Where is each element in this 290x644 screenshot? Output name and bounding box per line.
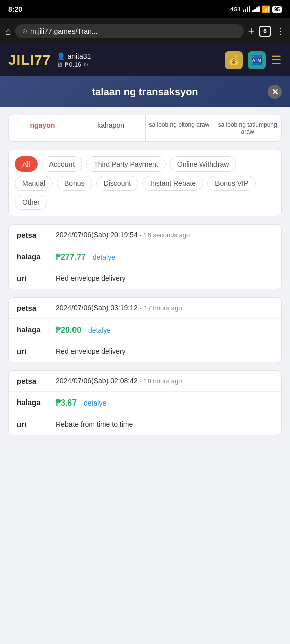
add-tab-icon[interactable]: + — [248, 25, 254, 38]
app-header: JILI77 👤 anita31 🖥 ₱0.16 ↻ 💰 🏧 ☰ — [0, 44, 290, 76]
filter-bonus-vip[interactable]: Bonus VIP — [207, 176, 256, 191]
tx2-date-label: petsa — [17, 304, 52, 312]
tx3-date-value: 2024/07/06(Sab) 02:08:42 - 18 hours ago — [56, 377, 273, 385]
transaction-card-3: petsa 2024/07/06(Sab) 02:08:42 - 18 hour… — [8, 370, 282, 435]
header-icons: 💰 🏧 ☰ — [225, 51, 282, 69]
tx3-type-row: uri Rebate from time to time — [9, 414, 281, 435]
filter-online-withdraw[interactable]: Online Withdraw — [170, 156, 237, 172]
status-right: 4G1 📶 95 — [230, 5, 282, 13]
wallet-button[interactable]: 💰 — [225, 51, 243, 69]
user-info: 👤 anita31 🖥 ₱0.16 ↻ — [57, 52, 219, 68]
date-filter-kahapon[interactable]: kahapon — [77, 115, 146, 141]
tx1-detail-link[interactable]: detalye — [93, 253, 115, 261]
balance-display: 🖥 ₱0.16 ↻ — [57, 61, 219, 68]
tx3-detail-link[interactable]: detalye — [84, 399, 106, 407]
tx2-amount-row: halaga ₱20.00 detalye — [9, 319, 281, 341]
date-filter-tatlumpung-araw[interactable]: sa loob ng tatlumpung araw — [213, 115, 281, 141]
menu-dots-icon[interactable]: ⋮ — [276, 26, 285, 37]
lock-icon: ⊙ — [22, 28, 27, 35]
balance-amount: ₱0.16 — [65, 61, 81, 68]
url-text: m.jili77.games/Tran... — [30, 27, 97, 35]
transaction-card-1: petsa 2024/07/06(Sab) 20:19:54 - 16 seco… — [8, 224, 282, 289]
browser-actions: + 6 ⋮ — [248, 25, 285, 38]
atm-button[interactable]: 🏧 — [248, 51, 266, 69]
page-title: talaan ng transaksyon — [92, 86, 198, 98]
tx3-date-row: petsa 2024/07/06(Sab) 02:08:42 - 18 hour… — [9, 371, 281, 392]
tx3-type: Rebate from time to time — [56, 420, 133, 428]
tx3-amount-value: ₱3.67 detalye — [56, 398, 273, 408]
tx2-detail-link[interactable]: detalye — [88, 326, 111, 334]
wifi-icon: 📶 — [262, 5, 270, 13]
tx1-type: Red envelope delivery — [56, 274, 126, 282]
tab-count[interactable]: 6 — [259, 26, 271, 37]
tx2-type-row: uri Red envelope delivery — [9, 341, 281, 362]
page-title-bar: talaan ng transaksyon ✕ — [0, 76, 290, 107]
tx3-amount: ₱3.67 — [56, 398, 77, 407]
tx1-time-ago: - 16 seconds ago — [140, 231, 190, 239]
category-filter: All Account Third Party Payment Online W… — [8, 150, 282, 216]
tx3-time-ago: - 18 hours ago — [140, 377, 182, 385]
tx3-amount-label: halaga — [17, 398, 52, 407]
filter-third-party[interactable]: Third Party Payment — [86, 156, 166, 172]
signal-text: 4G1 — [230, 6, 241, 12]
app-logo: JILI77 — [8, 52, 51, 68]
browser-bar: ⌂ ⊙ m.jili77.games/Tran... + 6 ⋮ — [0, 18, 290, 44]
monitor-icon: 🖥 — [57, 61, 63, 68]
transaction-card-2: petsa 2024/07/06(Sab) 03:19:12 - 17 hour… — [8, 297, 282, 362]
date-filter-pitong-araw[interactable]: sa loob ng pitong araw — [146, 115, 214, 141]
tx2-amount: ₱20.00 — [56, 326, 81, 334]
tx2-date-value: 2024/07/06(Sab) 03:19:12 - 17 hours ago — [56, 304, 273, 312]
tx1-amount: ₱277.77 — [56, 253, 86, 261]
tx2-amount-value: ₱20.00 detalye — [56, 325, 273, 335]
battery-indicator: 95 — [272, 6, 282, 13]
user-icon: 👤 — [57, 52, 65, 60]
filter-discount[interactable]: Discount — [96, 176, 138, 191]
status-bar: 8:20 4G1 📶 95 — [0, 0, 290, 18]
tx2-type-label: uri — [17, 347, 52, 356]
tx2-date-row: petsa 2024/07/06(Sab) 03:19:12 - 17 hour… — [9, 298, 281, 319]
filter-row-1: All Account Third Party Payment Online W… — [15, 156, 275, 210]
date-filter: ngayon kahapon sa loob ng pitong araw sa… — [8, 115, 282, 142]
filter-manual[interactable]: Manual — [15, 176, 53, 191]
refresh-icon[interactable]: ↻ — [83, 61, 88, 68]
filter-instant-rebate[interactable]: Instant Rebate — [142, 176, 203, 191]
signal-bars — [243, 6, 250, 12]
filter-account[interactable]: Account — [42, 156, 83, 172]
main-content: ngayon kahapon sa loob ng pitong araw sa… — [0, 107, 290, 644]
tx1-date-value: 2024/07/06(Sab) 20:19:54 - 16 seconds ag… — [56, 231, 273, 239]
tx3-amount-row: halaga ₱3.67 detalye — [9, 392, 281, 414]
filter-all[interactable]: All — [15, 156, 38, 172]
username-display: 👤 anita31 — [57, 52, 219, 60]
tx1-amount-label: halaga — [17, 252, 52, 261]
status-time: 8:20 — [8, 5, 22, 13]
tx2-amount-label: halaga — [17, 325, 52, 334]
tx2-date: 2024/07/06(Sab) 03:19:12 — [56, 304, 138, 312]
home-icon[interactable]: ⌂ — [5, 26, 11, 37]
tx1-date-row: petsa 2024/07/06(Sab) 20:19:54 - 16 seco… — [9, 225, 281, 246]
tx3-date-label: petsa — [17, 377, 52, 385]
wallet-icon: 💰 — [228, 55, 239, 66]
tx1-type-label: uri — [17, 274, 52, 283]
tx2-type: Red envelope delivery — [56, 347, 126, 355]
tx3-type-label: uri — [17, 420, 52, 429]
filter-bonus[interactable]: Bonus — [57, 176, 92, 191]
tx1-amount-row: halaga ₱277.77 detalye — [9, 246, 281, 268]
url-bar[interactable]: ⊙ m.jili77.games/Tran... — [15, 24, 244, 38]
tx1-amount-value: ₱277.77 detalye — [56, 252, 273, 262]
tx1-type-row: uri Red envelope delivery — [9, 268, 281, 289]
tx2-time-ago: - 17 hours ago — [140, 304, 182, 312]
date-filter-ngayon[interactable]: ngayon — [9, 115, 77, 141]
close-button[interactable]: ✕ — [268, 85, 282, 99]
tx1-date-label: petsa — [17, 231, 52, 239]
hamburger-menu[interactable]: ☰ — [271, 53, 282, 67]
signal-bars-2 — [252, 6, 260, 12]
logo-text: JILI — [8, 52, 34, 68]
username-text: anita31 — [67, 52, 91, 60]
tx1-date: 2024/07/06(Sab) 20:19:54 — [56, 231, 138, 239]
tx3-date: 2024/07/06(Sab) 02:08:42 — [56, 377, 138, 385]
atm-icon: 🏧 — [251, 55, 262, 66]
filter-other[interactable]: Other — [15, 195, 47, 210]
